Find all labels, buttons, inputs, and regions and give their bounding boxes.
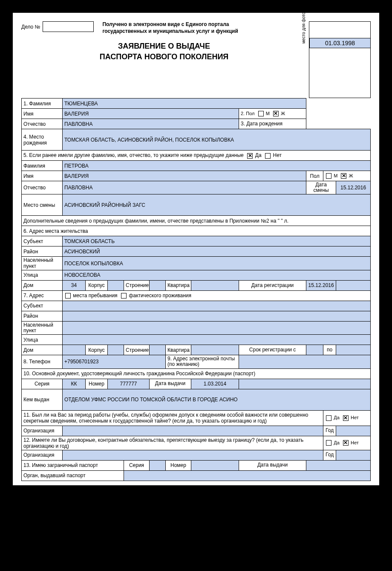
label-year11: Год — [323, 426, 336, 436]
section-7-label: 7. Адрес — [22, 290, 63, 301]
checkbox-prev-f[interactable] — [341, 173, 346, 179]
label-reg-date: Дата регистрации — [239, 280, 306, 290]
case-number-label: Дело № — [21, 24, 40, 30]
label-name: Имя — [22, 109, 63, 119]
label-subject2: Субъект — [22, 301, 63, 311]
field-house2[interactable] — [63, 345, 86, 355]
label-locality2: Населенный пункт — [22, 321, 63, 334]
section-10-header: 10. Основной документ, удостоверяющий ли… — [22, 368, 371, 379]
field-house[interactable]: 34 — [63, 280, 86, 290]
field-prev-sex: М Ж — [323, 171, 371, 181]
label-nomer: Номер — [86, 379, 108, 389]
label-surname: 1. Фамилия — [22, 99, 63, 109]
field-reg-from[interactable] — [306, 345, 323, 355]
checkbox-12-no[interactable] — [343, 440, 349, 446]
field-org12[interactable] — [63, 450, 323, 460]
label-sex: 2. Пол М Ж — [239, 109, 306, 119]
field-email[interactable] — [239, 355, 371, 368]
field-year11[interactable] — [336, 426, 371, 436]
field-birthplace[interactable]: ТОМСКАЯ ОБЛАСТЬ, АСИНОВСКИЙ РАЙОН, ПОСЕЛ… — [63, 129, 371, 151]
field-subject[interactable]: ТОМСКАЯ ОБЛАСТЬ — [63, 236, 371, 246]
label-prev-name: Имя — [22, 171, 63, 181]
field-issue-date[interactable]: 1.03.2014 — [191, 379, 239, 389]
field-dob[interactable]: 01.03.1998 — [309, 38, 371, 48]
section-11-header: 11. Был ли на Вас за период работы (учеб… — [22, 410, 323, 426]
passport-application-form: место для фотографии Дело № Получено в э… — [13, 13, 379, 485]
field-street2[interactable] — [63, 335, 371, 345]
field-locality2[interactable] — [63, 321, 371, 334]
field-stroenie2[interactable] — [150, 345, 166, 355]
label-issue-date: Дата выдачи — [150, 379, 191, 389]
field-change-date[interactable]: 15.12.2016 — [336, 181, 371, 194]
section-5-header: 5. Если ранее имели другие фамилию, имя,… — [22, 151, 371, 161]
section-6-header: 6. Адрес места жительства — [22, 226, 371, 236]
label-birthplace: 4. Место рождения — [22, 129, 63, 151]
field-patronymic[interactable]: ПАВЛОВНА — [63, 119, 239, 129]
section-7-options: места пребывания фактического проживания — [63, 290, 371, 301]
field-street[interactable]: НОВОСЕЛОВА — [63, 270, 371, 280]
field-kvartira[interactable] — [191, 280, 239, 290]
field-prev-surname[interactable]: ПЕТРОВА — [63, 161, 371, 171]
field-year12[interactable] — [336, 450, 371, 460]
field-rayon2[interactable] — [63, 311, 371, 321]
field-korpus[interactable] — [108, 280, 124, 290]
label-nomer13: Номер — [166, 460, 191, 470]
field-issue-extra[interactable] — [239, 379, 371, 389]
label-subject: Субъект — [22, 236, 63, 246]
field-name[interactable]: ВАЛЕРИЯ — [63, 109, 239, 119]
checkbox-sex-f[interactable] — [273, 111, 279, 116]
field-seria13[interactable] — [150, 460, 166, 470]
section-12-header: 12. Имеете ли Вы договорные, контрактные… — [22, 436, 323, 450]
checkbox-prev-no[interactable] — [265, 153, 271, 159]
field-prev-name[interactable]: ВАЛЕРИЯ — [63, 171, 306, 181]
label-patronymic: Отчество — [22, 119, 63, 129]
field-phone[interactable]: +79506701923 — [63, 355, 166, 368]
checkbox-12-yes[interactable] — [326, 440, 331, 446]
field-reg-to[interactable] — [336, 345, 371, 355]
label-change-place: Место смены — [22, 194, 63, 216]
label-kvartira: Квартира — [166, 280, 191, 290]
checkbox-actual-addr[interactable] — [121, 293, 127, 299]
checkbox-prev-m[interactable] — [326, 173, 331, 179]
label-date13: Дата выдачи — [239, 460, 306, 470]
field-nomer[interactable]: 777777 — [108, 379, 150, 389]
label-kvartira2: Квартира — [166, 345, 191, 355]
field-org11[interactable] — [63, 426, 323, 436]
field-kvartira2[interactable] — [191, 345, 239, 355]
section-12-yesno: Да Нет — [323, 436, 371, 450]
field-locality[interactable]: ПОСЕЛОК КОПЫЛОВКА — [63, 257, 371, 270]
label-reg-period: Срок регистрации с — [239, 345, 306, 355]
field-korpus2[interactable] — [108, 345, 124, 355]
checkbox-sex-m[interactable] — [258, 111, 264, 116]
label-prev-sex: Пол — [306, 171, 323, 181]
label-house: Дом — [22, 280, 63, 290]
field-date13[interactable] — [306, 460, 371, 470]
field-surname[interactable]: ТЮМЕНЦЕВА — [63, 99, 306, 109]
field-seria[interactable]: КК — [63, 379, 86, 389]
field-change-place[interactable]: АСИНОВСКИЙ РАЙОННЫЙ ЗАГС — [63, 194, 371, 216]
field-nomer13[interactable] — [191, 460, 239, 470]
label-issuer: Кем выдан — [22, 389, 63, 410]
field-prev-patronymic[interactable]: ПАВЛОВНА — [63, 181, 306, 194]
label-issuing-body: Орган, выдавший паспорт — [22, 470, 124, 481]
section-13-header: 13. Имею заграничный паспорт — [22, 460, 124, 470]
label-korpus2: Корпус — [86, 345, 108, 355]
field-issuing-body[interactable] — [124, 470, 371, 481]
field-reg-date[interactable]: 15.12.2016 — [306, 280, 336, 290]
field-subject2[interactable] — [63, 301, 371, 311]
case-number-field[interactable] — [43, 21, 94, 32]
label-dob: 3. Дата рождения — [239, 119, 306, 129]
checkbox-prev-yes[interactable] — [247, 153, 253, 159]
label-email: 9. Адрес электронной почты (по желанию) — [166, 355, 239, 368]
field-issuer[interactable]: ОТДЕЛОМ УФМС РОССИИ ПО ТОМСКОЙ ОБЛАСТИ В… — [63, 389, 371, 410]
field-reg-date-extra[interactable] — [336, 280, 371, 290]
checkbox-stay-addr[interactable] — [65, 293, 71, 299]
label-house2: Дом — [22, 345, 63, 355]
photo-label: место для фотографии — [301, 0, 306, 43]
field-rayon[interactable]: АСИНОВСКИЙ — [63, 246, 371, 257]
label-street: Улица — [22, 270, 63, 280]
checkbox-11-no[interactable] — [343, 415, 349, 421]
field-stroenie[interactable] — [150, 280, 166, 290]
checkbox-11-yes[interactable] — [326, 415, 331, 421]
label-stroenie2: Строение — [124, 345, 150, 355]
